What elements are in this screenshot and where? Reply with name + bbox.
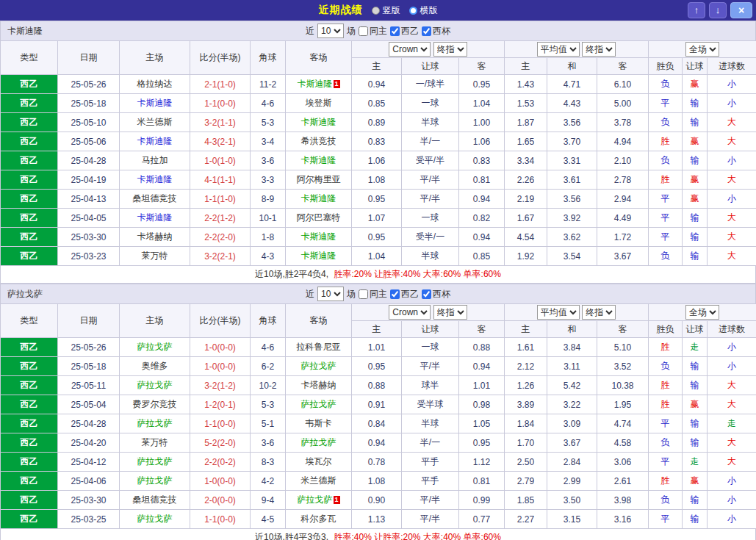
- corners-cell: 4-2: [251, 472, 286, 491]
- avg-select[interactable]: 平均值: [537, 42, 580, 57]
- league-filter[interactable]: 西乙: [390, 25, 419, 37]
- league-checkbox[interactable]: [390, 26, 400, 36]
- league-type-cell: 西乙: [1, 151, 58, 170]
- handicap-cell: 平/半: [402, 190, 459, 209]
- col-avg-draw: 和: [547, 58, 597, 75]
- team-link: 卡塔赫纳: [301, 380, 336, 390]
- avg-draw-cell: 3.56: [547, 190, 597, 209]
- odds-home-cell: 1.08: [352, 170, 402, 190]
- scope-select[interactable]: 全场: [685, 305, 719, 320]
- cup-filter-label: 西杯: [433, 288, 450, 300]
- score-cell: 3-2(1-1): [190, 113, 251, 132]
- odds-away-cell: 0.83: [459, 151, 505, 170]
- same-venue-filter[interactable]: 同主: [359, 288, 387, 300]
- cup-filter[interactable]: 西杯: [422, 288, 450, 300]
- summary-rates: 胜率:20% 让胜率:40% 大率:60% 单率:60%: [334, 269, 500, 279]
- summary-record: 近10场,胜2平4负4,: [255, 269, 328, 279]
- handicap-result-cell: 输: [683, 376, 708, 395]
- cup-checkbox[interactable]: [422, 26, 431, 36]
- score-cell: 1-1(0-0): [190, 510, 251, 529]
- avg-draw-cell: 3.62: [547, 228, 597, 247]
- score-cell: 2-1(1-0): [190, 75, 251, 94]
- corners-cell: 5-1: [251, 414, 286, 433]
- match-count-select[interactable]: 10: [317, 287, 344, 301]
- odds-away-cell: 1.05: [459, 414, 505, 433]
- odds-source-select[interactable]: Crown: [389, 305, 431, 320]
- match-count-select[interactable]: 10: [317, 24, 344, 38]
- date-cell: 25-03-30: [58, 228, 120, 247]
- scope-select-group: 全场: [649, 304, 756, 321]
- team-link: 萨拉戈萨: [137, 475, 173, 486]
- league-type-cell: 西乙: [1, 190, 58, 209]
- radio-horizontal[interactable]: 横版: [409, 4, 438, 17]
- home-team-cell: 莱万特: [120, 247, 190, 266]
- league-type-cell: 西乙: [1, 472, 58, 491]
- league-checkbox[interactable]: [390, 289, 400, 299]
- away-team-cell: 卡塔赫纳: [286, 376, 352, 395]
- avg-final-select[interactable]: 终指: [582, 305, 616, 320]
- away-team-cell: 萨拉戈萨: [286, 395, 352, 414]
- odds-final-select[interactable]: 终指: [433, 42, 467, 57]
- odds-final-select[interactable]: 终指: [433, 305, 467, 320]
- close-icon[interactable]: ×: [730, 2, 752, 18]
- avg-final-select[interactable]: 终指: [582, 42, 616, 57]
- avg-draw-cell: 2.99: [547, 472, 597, 491]
- col-date: 日期: [58, 304, 120, 338]
- cup-checkbox[interactable]: [422, 289, 431, 299]
- header-selects-row: 类型 日期 主场 比分(半场) 角球 客场 Crown 终指 平均值 终指: [1, 41, 756, 58]
- odds-away-cell: 0.88: [459, 338, 505, 357]
- team-name: 萨拉戈萨: [7, 288, 43, 300]
- odds-source-select[interactable]: Crown: [389, 42, 431, 57]
- result-cell: 平: [649, 209, 683, 228]
- same-venue-checkbox[interactable]: [359, 289, 368, 299]
- same-venue-filter[interactable]: 同主: [359, 25, 387, 37]
- avg-away-cell: 1.72: [597, 228, 649, 247]
- sections-container: 卡斯迪隆 近 10 场 同主 西乙 西杯: [0, 21, 756, 540]
- odds-away-cell: 0.81: [459, 472, 505, 491]
- col-handicap-result: 让球: [683, 321, 708, 338]
- col-home: 主场: [120, 41, 190, 75]
- odds-away-cell: 1.01: [459, 376, 505, 395]
- odds-away-cell: 0.98: [459, 395, 505, 414]
- team-link: 萨拉戈萨: [301, 399, 336, 409]
- scroll-up-button[interactable]: ↑: [688, 2, 705, 18]
- result-cell: 负: [649, 491, 683, 510]
- score-cell: 4-3(2-1): [190, 132, 251, 151]
- team-link: 费罗尔竞技: [133, 399, 177, 409]
- handicap-cell: 一/球半: [402, 75, 459, 94]
- handicap-result-cell: 输: [683, 151, 708, 170]
- handicap-result-cell: 赢: [683, 190, 708, 209]
- avg-draw-cell: 3.54: [547, 247, 597, 266]
- handicap-cell: 平/半: [402, 491, 459, 510]
- team-section: 卡斯迪隆 近 10 场 同主 西乙 西杯: [0, 21, 756, 284]
- avg-home-cell: 2.27: [505, 510, 547, 529]
- avg-draw-cell: 4.71: [547, 75, 597, 94]
- col-handicap: 让球: [402, 58, 459, 75]
- avg-draw-cell: 3.11: [547, 357, 597, 376]
- radio-vertical[interactable]: 竖版: [372, 4, 400, 17]
- away-team-cell: 卡斯迪隆: [286, 113, 352, 132]
- avg-select[interactable]: 平均值: [537, 305, 580, 320]
- scope-select[interactable]: 全场: [685, 42, 719, 57]
- team-link: 萨拉戈萨: [298, 494, 333, 505]
- league-filter[interactable]: 西乙: [390, 288, 419, 300]
- league-type-cell: 西乙: [1, 209, 58, 228]
- avg-draw-cell: 2.84: [547, 453, 597, 472]
- odds-home-cell: 0.78: [352, 453, 402, 472]
- league-type-cell: 西乙: [1, 113, 58, 132]
- avg-home-cell: 1.87: [505, 113, 547, 132]
- date-cell: 25-05-26: [58, 338, 120, 357]
- col-home: 主场: [120, 304, 190, 338]
- odds-home-cell: 0.95: [352, 357, 402, 376]
- league-type-cell: 西乙: [1, 453, 58, 472]
- topbar-buttons: ↑ ↓ ×: [688, 2, 752, 18]
- cup-filter[interactable]: 西杯: [422, 25, 450, 37]
- home-team-cell: 卡斯迪隆: [120, 170, 190, 190]
- league-type-cell: 西乙: [1, 75, 58, 94]
- avg-home-cell: 2.12: [505, 357, 547, 376]
- scroll-down-button[interactable]: ↓: [709, 2, 727, 18]
- handicap-cell: 平手: [402, 472, 459, 491]
- same-venue-checkbox[interactable]: [359, 26, 368, 36]
- radio-horizontal-icon[interactable]: [409, 7, 417, 15]
- radio-vertical-icon[interactable]: [372, 7, 380, 15]
